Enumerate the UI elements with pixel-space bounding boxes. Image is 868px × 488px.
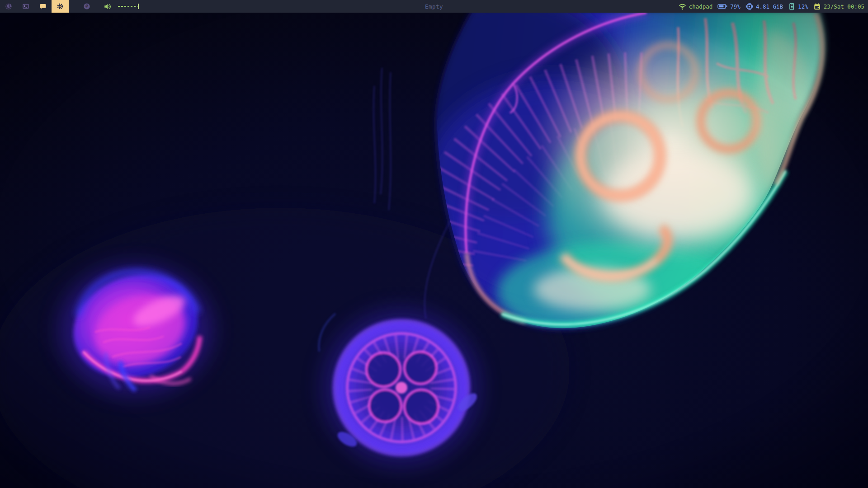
volume-slider[interactable] (118, 4, 139, 9)
memory-used: 4.81 GiB (756, 3, 783, 10)
jellyfish-wallpaper (0, 0, 868, 488)
settings-launcher[interactable] (52, 0, 69, 13)
speaker-icon (104, 3, 112, 10)
wifi-ssid: chadpad (689, 3, 713, 10)
chip-icon (745, 3, 753, 10)
window-title: Empty (425, 3, 443, 10)
chat-icon (39, 2, 47, 10)
cpu-module[interactable]: 12% (788, 3, 808, 10)
wifi-module[interactable]: chadpad (679, 3, 713, 10)
battery-icon (717, 4, 727, 9)
status-modules: chadpad 79% 4.81 GiB (679, 3, 868, 10)
memory-module[interactable]: 4.81 GiB (745, 3, 783, 10)
status-bar: @ Empty chadpad (0, 0, 868, 13)
at-icon: @ (83, 2, 91, 10)
wifi-icon (679, 3, 686, 10)
browser-icon (5, 2, 13, 10)
launcher-group: @ (0, 0, 95, 13)
volume-track (118, 6, 137, 7)
terminal-launcher[interactable] (17, 0, 34, 13)
clock-text: 23/Sat 00:05 (824, 3, 864, 10)
terminal-icon (22, 2, 30, 10)
cpu-usage: 12% (798, 3, 808, 10)
mail-launcher[interactable]: @ (78, 0, 95, 13)
browser-launcher[interactable] (0, 0, 17, 13)
volume-handle[interactable] (138, 4, 139, 9)
desktop-wallpaper (0, 0, 868, 488)
calendar-icon (813, 3, 821, 10)
volume-widget[interactable] (104, 3, 139, 10)
battery-percent: 79% (730, 3, 741, 10)
svg-text:@: @ (85, 4, 88, 9)
gear-icon (56, 2, 64, 10)
battery-module[interactable]: 79% (717, 3, 741, 10)
vignette-overlay (0, 0, 868, 488)
chat-launcher[interactable] (34, 0, 52, 13)
ram-stick-icon (788, 3, 795, 10)
clock-module[interactable]: 23/Sat 00:05 (813, 3, 864, 10)
